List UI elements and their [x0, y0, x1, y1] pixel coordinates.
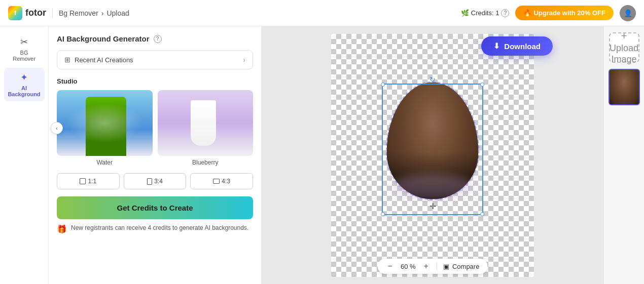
ratio-label-3-4: 3:4	[154, 178, 163, 185]
download-icon: ⬇	[493, 42, 500, 51]
main-layout: ✂ BGRemover ✦ AIBackground AI Background…	[0, 26, 644, 284]
panel-help-icon[interactable]: ?	[154, 35, 162, 43]
corner-handle-br[interactable]	[480, 212, 484, 216]
ratio-label-1-1: 1:1	[88, 178, 96, 185]
sidebar-item-ai-background[interactable]: ✦ AIBackground	[4, 68, 45, 101]
studio-label-blueberry: Blueberry	[158, 159, 254, 166]
plus-icon: +	[621, 30, 627, 42]
get-credits-button[interactable]: Get Credits to Create	[57, 196, 253, 219]
ratio-btn-4-3[interactable]: 4:3	[190, 173, 253, 189]
promo-text: New registrants can receive 4 credits to…	[71, 224, 248, 231]
upgrade-button[interactable]: 🔥 Upgrade with 20% OFF	[515, 6, 614, 20]
header: f fotor Bg Remover › Upload 🌿 Credits: 1…	[0, 0, 644, 26]
studio-section-title: Studio	[57, 77, 253, 85]
corner-handle-tr[interactable]	[480, 83, 484, 87]
breadcrumb: Bg Remover › Upload	[59, 9, 129, 17]
canvas-area: ↻ ✛ ⬇ Download − 60 % + ▣ Comp	[262, 26, 603, 284]
zoom-out-button[interactable]: −	[386, 262, 395, 271]
subject-container[interactable]: ↻ ✛	[377, 82, 488, 229]
corner-handle-bl[interactable]	[381, 212, 385, 216]
bottom-glow	[392, 174, 473, 199]
sidebar: ✂ BGRemover ✦ AIBackground	[0, 26, 49, 284]
compare-label: Compare	[452, 263, 479, 270]
sidebar-label-ai-background: AIBackground	[8, 85, 40, 97]
chevron-right-icon: ›	[243, 56, 245, 64]
studio-item-water[interactable]: Water	[57, 90, 153, 166]
corner-handle-tl[interactable]	[381, 83, 385, 87]
studio-label-water: Water	[57, 159, 153, 166]
header-right: 🌿 Credits: 1 ? 🔥 Upgrade with 20% OFF 👤	[461, 5, 636, 21]
breadcrumb-separator: ›	[101, 9, 104, 17]
upgrade-icon: 🔥	[523, 9, 531, 17]
breadcrumb-current: Upload	[106, 9, 129, 17]
ratio-label-4-3: 4:3	[222, 178, 230, 185]
header-divider	[52, 8, 53, 18]
upgrade-label: Upgrade with 20% OFF	[533, 9, 605, 17]
logo-text: fotor	[25, 8, 46, 18]
breadcrumb-tool: Bg Remover	[59, 9, 98, 17]
ratio-btn-3-4[interactable]: 3:4	[124, 173, 187, 189]
ratio-box-icon-2	[147, 178, 152, 185]
compare-icon: ▣	[443, 263, 449, 270]
avatar[interactable]: 👤	[620, 5, 636, 21]
recent-row-left: ⊞ Recent AI Creations	[64, 56, 133, 64]
panel-title: AI Background Generator	[57, 34, 150, 43]
ratio-box-icon	[80, 178, 86, 184]
right-panel: + UploadImage	[603, 26, 644, 284]
sidebar-item-bg-remover[interactable]: ✂ BGRemover	[4, 32, 45, 66]
logo-icon: f	[8, 6, 22, 20]
panel-header: AI Background Generator ?	[57, 34, 253, 43]
gift-icon: 🎁	[57, 224, 67, 234]
sparkle-icon: ✦	[20, 72, 28, 83]
ratio-btn-1-1[interactable]: 1:1	[57, 173, 120, 189]
studio-grid-wrapper: ‹ Water Blueberry	[57, 90, 253, 166]
divider	[437, 262, 437, 270]
promo-row: 🎁 New registrants can receive 4 credits …	[57, 224, 253, 234]
studio-grid: Water Blueberry	[57, 90, 253, 166]
create-btn-label: Get Credits to Create	[117, 204, 193, 212]
credits-help-icon[interactable]: ?	[501, 9, 509, 17]
zoom-controls: − 60 % + ▣ Compare	[378, 259, 488, 274]
logo[interactable]: f fotor	[8, 6, 46, 20]
move-handle[interactable]: ✛	[430, 201, 436, 211]
recent-label: Recent AI Creations	[75, 56, 133, 64]
upload-image-button[interactable]: + UploadImage	[609, 32, 639, 63]
download-button[interactable]: ⬇ Download	[481, 36, 553, 56]
credits-badge: 🌿 Credits: 1 ?	[461, 9, 510, 17]
zoom-level: 60 %	[401, 263, 416, 270]
studio-item-blueberry[interactable]: Blueberry	[158, 90, 254, 166]
left-panel: AI Background Generator ? ⊞ Recent AI Cr…	[49, 26, 262, 284]
header-left: f fotor Bg Remover › Upload	[8, 6, 129, 20]
download-label: Download	[504, 42, 541, 51]
compare-button[interactable]: ▣ Compare	[443, 263, 479, 270]
zoom-in-button[interactable]: +	[422, 262, 431, 271]
ratio-row: 1:1 3:4 4:3	[57, 173, 253, 189]
upload-image-label: UploadImage	[610, 43, 638, 65]
studio-prev-button[interactable]: ‹	[51, 122, 63, 134]
studio-image-blueberry	[158, 90, 254, 156]
credits-value: Credits: 1	[471, 9, 499, 17]
leaf-icon: 🌿	[461, 9, 469, 17]
sidebar-label-bg-remover: BGRemover	[13, 50, 35, 62]
scissors-icon: ✂	[20, 36, 28, 48]
grid-icon: ⊞	[64, 56, 70, 64]
studio-image-water	[57, 90, 153, 156]
canvas-background: ↻ ✛	[331, 34, 534, 277]
ratio-box-icon-3	[213, 179, 220, 184]
recent-ai-creations-row[interactable]: ⊞ Recent AI Creations ›	[57, 50, 253, 69]
image-thumbnail[interactable]	[609, 69, 640, 105]
